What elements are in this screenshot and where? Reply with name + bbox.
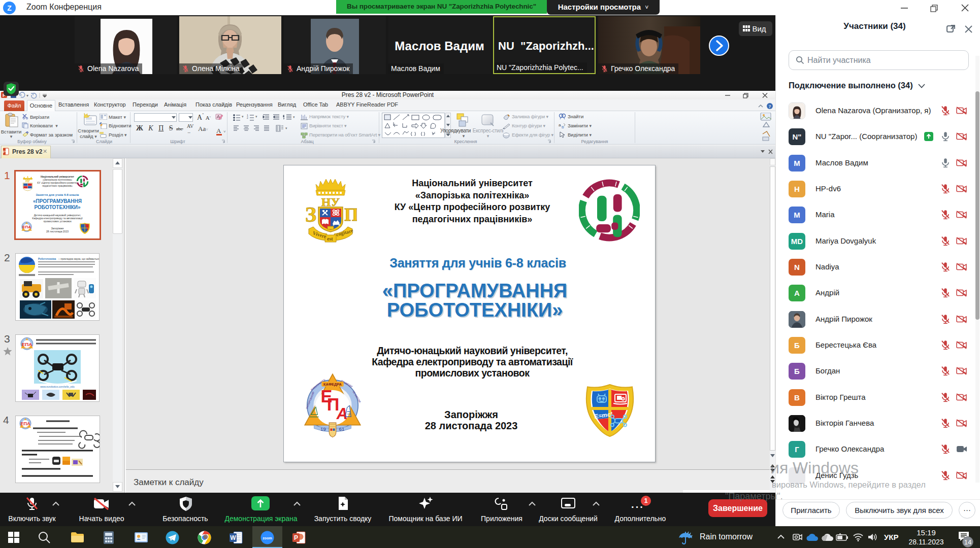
svg-text:?: ? [769, 104, 771, 109]
svg-text:▾: ▾ [285, 126, 287, 130]
svg-text:28 листопада 2023: 28 листопада 2023 [46, 230, 69, 233]
svg-text:ЕПА: ЕПА [22, 225, 31, 229]
svg-text:zoom: zoom [263, 536, 272, 540]
svg-text:▾: ▾ [293, 115, 295, 119]
svg-text:промислових установок: промислових установок [43, 220, 72, 223]
svg-text:НУ: НУ [321, 195, 340, 209]
svg-text:P: P [3, 150, 6, 154]
svg-text:педагогічних працівників»: педагогічних працівників» [42, 184, 73, 187]
svg-text:Робототехніка: Робототехніка [38, 257, 56, 260]
svg-text:КАФЕДРА: КАФЕДРА [323, 382, 342, 387]
svg-text:est: est [327, 236, 333, 242]
svg-text:P: P [294, 534, 298, 541]
svg-text:˅: ˅ [223, 129, 226, 134]
svg-text:З: З [305, 203, 316, 226]
svg-text:«ПРОГРАМУВАННЯ: «ПРОГРАМУВАННЯ [33, 198, 82, 204]
svg-text:▾: ▾ [255, 115, 257, 118]
svg-text:▾: ▾ [242, 115, 244, 118]
svg-text:НУ: НУ [25, 179, 30, 183]
svg-text:ЕПА: ЕПА [20, 421, 30, 426]
svg-text:www.eurobotics.com/tello_edu: www.eurobotics.com/tello_edu [40, 385, 75, 388]
svg-text:ЕПА: ЕПА [22, 341, 32, 347]
svg-text:Z: Z [7, 4, 12, 12]
svg-text:a: a [559, 123, 561, 127]
svg-text:2: 2 [247, 116, 248, 119]
svg-text:– прикладна наука, що займаєть: – прикладна наука, що займається [58, 257, 99, 260]
svg-text:W: W [230, 534, 236, 541]
svg-text:▾: ▾ [26, 93, 28, 98]
svg-text:19: 19 [320, 426, 326, 432]
svg-text:61: 61 [339, 426, 345, 432]
svg-text:b: b [562, 125, 564, 129]
svg-text:Заняття для учнів 6-8 класів: Заняття для учнів 6-8 класів [36, 193, 79, 196]
svg-text:РОБОТОТЕХНІКИ»: РОБОТОТЕХНІКИ» [34, 204, 81, 210]
svg-text:A: A [216, 127, 221, 134]
svg-text:П: П [344, 204, 357, 225]
